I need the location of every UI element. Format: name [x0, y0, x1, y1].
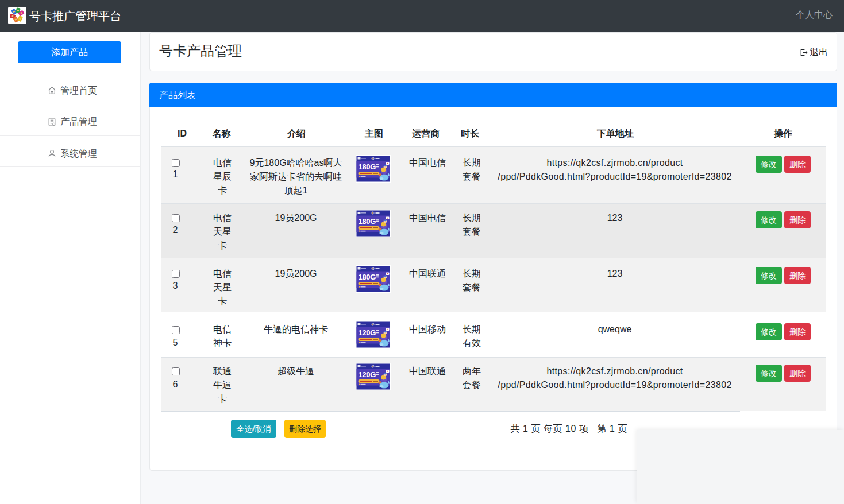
svg-text:120G: 120G: [359, 328, 376, 337]
svg-text:180G: 180G: [359, 217, 376, 226]
svg-text:120G: 120G: [359, 370, 376, 379]
svg-text:180G: 180G: [359, 273, 376, 281]
svg-text:180G: 180G: [359, 162, 376, 171]
